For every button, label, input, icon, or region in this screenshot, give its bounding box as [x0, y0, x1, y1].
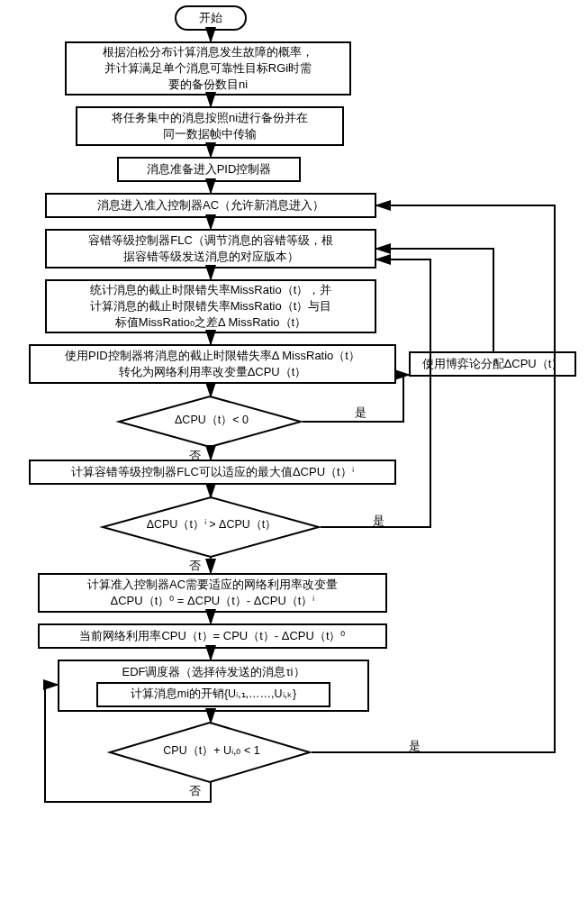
diamond-cpu-neg-label: ΔCPU（t）< 0	[155, 413, 268, 428]
box-pid-convert: 使用PID控制器将消息的截止时限错失率Δ MissRatio（t） 转化为网络利…	[29, 344, 396, 384]
label-yes-d3: 是	[409, 739, 421, 754]
box-backup: 将任务集中的消息按照ni进行备份并在 同一数据帧中传输	[76, 106, 344, 146]
terminator-label: 开始	[199, 10, 222, 26]
box-edf: EDF调度器（选择待发送的消息τi） 计算消息mi的开销{Uᵢ,₁,……,Uᵢ,…	[58, 660, 369, 712]
label-yes-d1: 是	[355, 405, 366, 421]
box-poisson-text: 根据泊松分布计算消息发生故障的概率， 并计算满足单个消息可靠性目标RGi时需 要…	[103, 44, 313, 94]
label-no-d1: 否	[189, 449, 201, 464]
terminator-start: 开始	[175, 5, 247, 31]
box-missratio-text: 统计消息的截止时限错失率MissRatio（t），并 计算消息的截止时限错失率M…	[90, 282, 332, 332]
diamond-cpu-cmp-label: ΔCPU（t）ⁱ > ΔCPU（t）	[139, 517, 285, 532]
box-prepare-pid-text: 消息准备进入PID控制器	[147, 161, 272, 177]
box-edf-outer-text: EDF调度器（选择待发送的消息τi）	[68, 664, 358, 680]
label-yes-d2: 是	[373, 514, 384, 529]
box-flc: 容错等级控制器FLC（调节消息的容错等级，根 据容错等级发送消息的对应版本）	[45, 229, 376, 268]
box-poisson: 根据泊松分布计算消息发生故障的概率， 并计算满足单个消息可靠性目标RGi时需 要…	[65, 41, 351, 96]
box-acadapt-text: 计算准入控制器AC需要适应的网络利用率改变量 ΔCPU（t）⁰ = ΔCPU（t…	[87, 577, 338, 609]
box-gametheory: 使用博弈论分配ΔCPU（t）	[409, 351, 576, 377]
box-flc-text: 容错等级控制器FLC（调节消息的容错等级，根 据容错等级发送消息的对应版本）	[88, 232, 333, 265]
box-flcmax-text: 计算容错等级控制器FLC可以适应的最大值ΔCPU（t）ⁱ	[71, 464, 353, 480]
box-cur-cpu: 当前网络利用率CPU（t）= CPU（t）- ΔCPU（t）⁰	[38, 623, 387, 649]
box-ac-text: 消息进入准入控制器AC（允许新消息进入）	[97, 197, 324, 214]
box-ac-adapt: 计算准入控制器AC需要适应的网络利用率改变量 ΔCPU（t）⁰ = ΔCPU（t…	[38, 573, 387, 613]
diamond-cpu-sum-label: CPU（t）+ Uᵢ,₀ < 1	[144, 743, 279, 759]
box-flc-max: 计算容错等级控制器FLC可以适应的最大值ΔCPU（t）ⁱ	[29, 460, 396, 485]
box-curcpu-text: 当前网络利用率CPU（t）= CPU（t）- ΔCPU（t）⁰	[79, 628, 345, 644]
label-no-d3: 否	[189, 784, 201, 799]
box-pidconv-text: 使用PID控制器将消息的截止时限错失率Δ MissRatio（t） 转化为网络利…	[65, 348, 360, 380]
box-edf-inner: 计算消息mi的开销{Uᵢ,₁,……,Uᵢ,ₖ}	[96, 682, 330, 707]
box-gametheory-text: 使用博弈论分配ΔCPU（t）	[422, 356, 564, 372]
label-no-d2: 否	[189, 559, 201, 574]
box-prepare-pid: 消息准备进入PID控制器	[117, 157, 301, 182]
box-ac: 消息进入准入控制器AC（允许新消息进入）	[45, 193, 376, 218]
box-backup-text: 将任务集中的消息按照ni进行备份并在 同一数据帧中传输	[112, 110, 308, 142]
box-missratio-stat: 统计消息的截止时限错失率MissRatio（t），并 计算消息的截止时限错失率M…	[45, 279, 376, 333]
box-edf-inner-text: 计算消息mi的开销{Uᵢ,₁,……,Uᵢ,ₖ}	[131, 687, 297, 700]
